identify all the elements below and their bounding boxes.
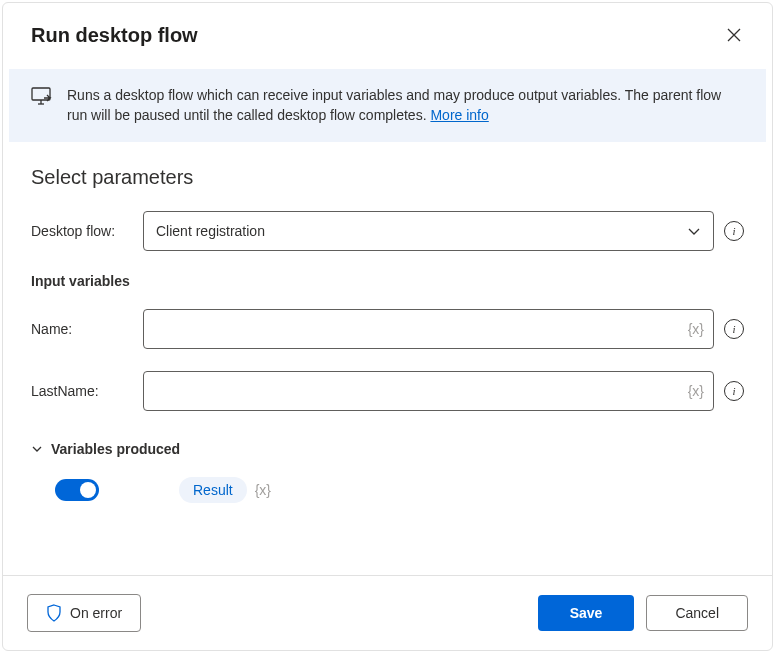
close-button[interactable]	[720, 21, 748, 49]
desktop-flow-value: Client registration	[156, 223, 265, 239]
more-info-link[interactable]: More info	[430, 107, 488, 123]
result-pill[interactable]: Result	[179, 477, 247, 503]
variables-produced-toggle[interactable]: Variables produced	[31, 441, 744, 457]
dialog-content: Select parameters Desktop flow: Client r…	[3, 142, 772, 575]
section-title: Select parameters	[31, 166, 744, 189]
lastname-label: LastName:	[31, 383, 131, 399]
lastname-input[interactable]	[143, 371, 714, 411]
desktop-flow-row: Desktop flow: Client registration i	[31, 211, 744, 251]
chevron-down-icon	[687, 224, 701, 238]
info-icon[interactable]: i	[724, 381, 744, 401]
info-icon[interactable]: i	[724, 221, 744, 241]
dialog-footer: On error Save Cancel	[3, 575, 772, 650]
close-icon	[726, 27, 742, 43]
shield-icon	[46, 604, 62, 622]
dialog-title: Run desktop flow	[31, 24, 198, 47]
variables-produced-label: Variables produced	[51, 441, 180, 457]
chevron-down-icon	[31, 443, 43, 455]
lastname-row: LastName: {x} i	[31, 371, 744, 411]
on-error-button[interactable]: On error	[27, 594, 141, 632]
banner-description: Runs a desktop flow which can receive in…	[67, 87, 721, 123]
name-input[interactable]	[143, 309, 714, 349]
name-label: Name:	[31, 321, 131, 337]
name-row: Name: {x} i	[31, 309, 744, 349]
run-desktop-flow-dialog: Run desktop flow Runs a desktop flow whi…	[2, 2, 773, 651]
info-icon[interactable]: i	[724, 319, 744, 339]
input-variables-label: Input variables	[31, 273, 744, 289]
variable-icon: {x}	[255, 482, 271, 498]
desktop-flow-label: Desktop flow:	[31, 223, 131, 239]
dialog-header: Run desktop flow	[3, 3, 772, 61]
result-row: Result {x}	[31, 477, 744, 503]
desktop-flow-icon	[31, 87, 53, 111]
info-banner: Runs a desktop flow which can receive in…	[9, 69, 766, 142]
cancel-button[interactable]: Cancel	[646, 595, 748, 631]
save-button[interactable]: Save	[538, 595, 635, 631]
desktop-flow-select[interactable]: Client registration	[143, 211, 714, 251]
banner-text: Runs a desktop flow which can receive in…	[67, 85, 744, 126]
result-toggle[interactable]	[55, 479, 99, 501]
on-error-label: On error	[70, 605, 122, 621]
